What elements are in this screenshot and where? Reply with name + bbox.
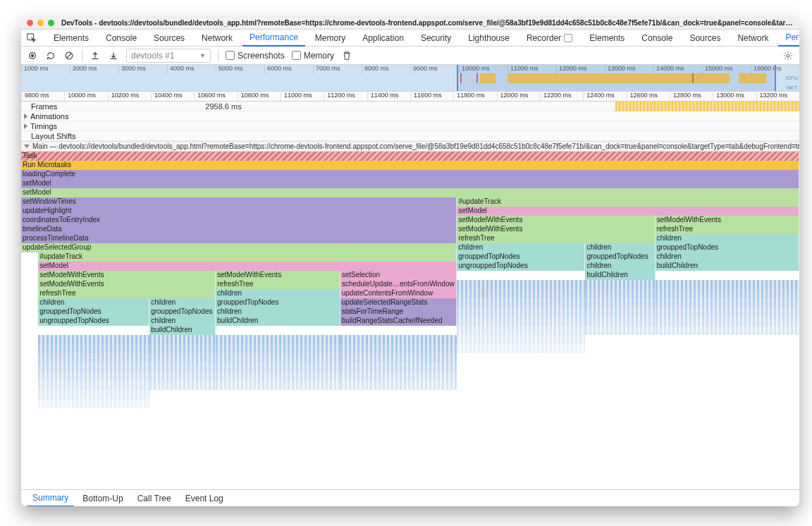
flame-bar[interactable]: children [656, 252, 799, 262]
flame-bar[interactable]: loadingComplete [21, 170, 799, 179]
tab-recorder[interactable]: Recorder [519, 30, 579, 47]
flame-stack[interactable] [149, 344, 216, 353]
flame-bar[interactable]: grouppedTopNodes [656, 243, 799, 252]
flame-bar[interactable]: updateHighlight [21, 207, 457, 216]
flame-bar[interactable]: refreshTree [216, 280, 340, 289]
flame-stack[interactable] [585, 298, 655, 307]
flame-stack[interactable] [340, 362, 457, 372]
flame-bar[interactable]: updateContentsFromWindow [340, 289, 457, 298]
flame-bar[interactable]: processTimelineData [21, 234, 457, 243]
close-icon[interactable] [27, 20, 33, 26]
flame-bar[interactable]: refreshTree [38, 289, 216, 298]
flame-bar[interactable]: grouppedTopNodes [149, 307, 216, 317]
flame-bar[interactable]: children [656, 234, 799, 243]
upload-icon[interactable] [90, 50, 101, 61]
flame-stack[interactable] [216, 353, 340, 362]
flame-stack[interactable] [585, 317, 655, 326]
flame-stack[interactable] [656, 298, 799, 307]
layout-shifts-track[interactable]: Layout Shifts [21, 131, 799, 141]
tab-application[interactable]: Application [355, 30, 411, 47]
flame-stack[interactable] [38, 335, 149, 344]
tab-console[interactable]: Console [634, 30, 679, 47]
flame-bar[interactable]: setModel [21, 179, 799, 188]
flame-stack[interactable] [457, 280, 585, 289]
flame-stack[interactable] [457, 289, 585, 298]
flame-bar[interactable]: #updateTrack [457, 197, 799, 207]
details-tab-bottom-up[interactable]: Bottom-Up [77, 490, 128, 507]
flame-bar[interactable]: children [585, 262, 655, 271]
flame-stack[interactable] [38, 390, 149, 399]
flame-bar[interactable]: buildChildren [149, 326, 216, 335]
flame-bar[interactable]: children [216, 289, 340, 298]
record-icon[interactable] [27, 50, 38, 61]
reload-icon[interactable] [45, 50, 56, 61]
flame-stack[interactable] [457, 335, 585, 344]
flame-bar[interactable]: buildChildren [216, 317, 340, 326]
flame-bar[interactable]: refreshTree [457, 234, 656, 243]
flame-stack[interactable] [585, 307, 655, 317]
detail-ruler[interactable]: 9800 ms10000 ms10200 ms10400 ms10600 ms1… [21, 92, 799, 102]
overview-selection[interactable] [457, 65, 776, 91]
flame-bar[interactable]: children [585, 243, 655, 252]
animations-track[interactable]: Animations [21, 111, 799, 121]
flame-bar[interactable]: setModelWithEvents [38, 271, 216, 280]
tab-network[interactable]: Network [730, 30, 775, 47]
flame-chart[interactable]: TaskRun MicrotasksloadingCompletesetMode… [21, 152, 799, 489]
flame-bar[interactable]: buildRangeStatsCacheIfNeeded [340, 317, 457, 326]
maximize-icon[interactable] [48, 20, 54, 26]
flame-stack[interactable] [38, 344, 149, 353]
flame-stack[interactable] [340, 372, 457, 381]
profile-selector[interactable]: devtools #1 ▼ [126, 49, 211, 63]
flame-bar[interactable]: setWindowTimes [21, 197, 457, 207]
flame-bar[interactable]: setModel [457, 207, 799, 216]
flame-bar[interactable]: scheduleUpdate…entsFromWindow [340, 280, 457, 289]
capture-settings-icon[interactable] [782, 50, 794, 61]
flame-stack[interactable] [216, 372, 340, 381]
flame-bar[interactable]: buildChildren [656, 262, 799, 271]
screenshots-checkbox[interactable]: Screenshots [226, 51, 285, 61]
flame-bar[interactable]: ungrouppedTopNodes [38, 317, 149, 326]
flame-stack[interactable] [38, 381, 149, 390]
flame-stack[interactable] [149, 353, 216, 362]
flame-stack[interactable] [457, 326, 585, 335]
clear-icon[interactable] [63, 50, 75, 61]
flame-bar[interactable]: coordinatesToEntryIndex [21, 216, 457, 225]
flame-bar[interactable]: refreshTree [656, 225, 799, 234]
flame-stack[interactable] [149, 372, 216, 381]
timings-track[interactable]: Timings [21, 121, 799, 131]
flame-bar[interactable]: #updateTrack [38, 252, 457, 262]
tab-sources[interactable]: Sources [682, 30, 727, 47]
tab-sources[interactable]: Sources [147, 30, 192, 47]
tab-elements[interactable]: Elements [582, 30, 632, 47]
flame-stack[interactable] [585, 289, 655, 298]
flame-stack[interactable] [340, 381, 457, 390]
flame-bar[interactable]: setModelWithEvents [38, 280, 216, 289]
trash-icon[interactable] [341, 50, 352, 61]
main-thread-header[interactable]: Main — devtools://devtools/bundled/devto… [21, 141, 799, 152]
flame-stack[interactable] [656, 289, 799, 298]
flame-bar[interactable]: grouppedTopNodes [585, 252, 655, 262]
frames-strip[interactable] [615, 102, 799, 111]
flame-stack[interactable] [340, 335, 457, 344]
tab-memory[interactable]: Memory [308, 30, 352, 47]
tab-elements[interactable]: Elements [47, 30, 96, 47]
flame-bar[interactable]: children [216, 307, 340, 317]
flame-bar[interactable]: updateSelectedGroup [21, 243, 457, 252]
flame-stack[interactable] [38, 362, 149, 372]
flame-stack[interactable] [656, 317, 799, 326]
flame-stack[interactable] [216, 381, 340, 390]
flame-bar[interactable]: children [457, 243, 585, 252]
flame-stack[interactable] [656, 280, 799, 289]
details-tab-event log[interactable]: Event Log [180, 490, 229, 507]
tab-lighthouse[interactable]: Lighthouse [461, 30, 517, 47]
flame-bar[interactable]: setModelWithEvents [457, 216, 656, 225]
flame-bar[interactable]: children [149, 298, 216, 307]
tab-network[interactable]: Network [195, 30, 240, 47]
flame-bar[interactable]: statsForTimeRange [340, 307, 457, 317]
flame-stack[interactable] [216, 362, 340, 372]
tab-security[interactable]: Security [414, 30, 458, 47]
flame-stack[interactable] [216, 344, 340, 353]
inspect-icon[interactable] [27, 32, 37, 44]
details-tab-summary[interactable]: Summary [27, 490, 74, 507]
flame-stack[interactable] [585, 326, 655, 335]
